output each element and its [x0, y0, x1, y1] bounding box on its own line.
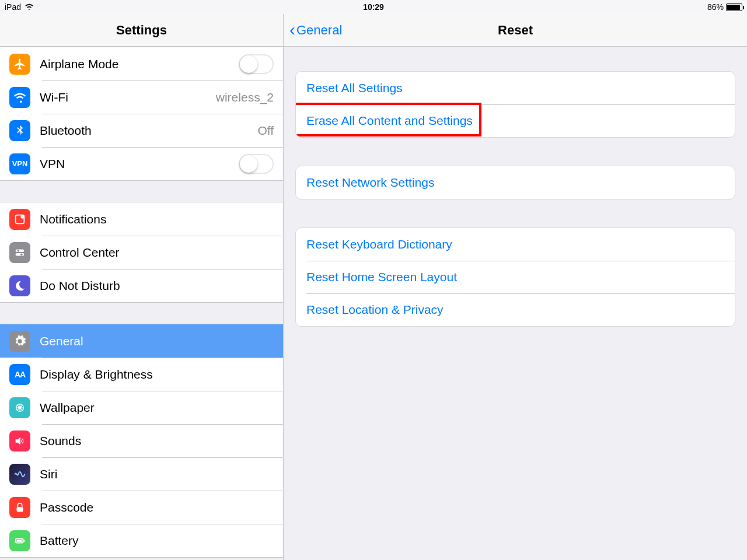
action-label: Reset Keyboard Dictionary	[306, 237, 452, 251]
sidebar-item-label: Display & Brightness	[40, 368, 274, 382]
sidebar-item-label: Wi-Fi	[40, 90, 216, 104]
action-label: Reset Home Screen Layout	[306, 270, 457, 284]
sidebar-item-label: Notifications	[40, 212, 274, 226]
wallpaper-icon	[9, 397, 30, 418]
moon-icon	[9, 275, 30, 296]
action-label: Reset Location & Privacy	[306, 303, 444, 317]
battery-percent: 86%	[707, 2, 724, 12]
settings-header: Settings	[0, 14, 283, 47]
speaker-icon	[9, 430, 30, 452]
sidebar-item-general[interactable]: General	[0, 324, 283, 358]
sidebar-item-vpn[interactable]: VPN VPN	[0, 147, 283, 180]
vpn-toggle[interactable]	[239, 154, 274, 174]
detail-pane: ‹ General Reset Reset All Settings Erase…	[284, 14, 747, 560]
lock-icon	[9, 497, 30, 518]
sidebar-item-label: Battery	[40, 534, 274, 548]
chevron-left-icon: ‹	[289, 21, 295, 38]
sidebar-item-dnd[interactable]: Do Not Disturb	[0, 269, 283, 302]
action-label: Erase All Content and Settings	[306, 114, 473, 128]
vpn-icon: VPN	[9, 153, 30, 174]
svg-rect-12	[17, 507, 23, 512]
control-center-icon	[9, 242, 30, 263]
sidebar-item-label: Bluetooth	[40, 124, 257, 138]
status-bar: iPad 10:29 86%	[0, 0, 747, 14]
settings-group-device: General AA Display & Brightness Wallpape…	[0, 324, 283, 558]
sidebar-item-label: Airplane Mode	[40, 57, 239, 71]
settings-title: Settings	[116, 23, 167, 38]
settings-group-connectivity: Airplane Mode Wi-Fi wireless_2 Bluetooth…	[0, 47, 283, 181]
clock: 10:29	[363, 2, 384, 12]
sidebar-item-wallpaper[interactable]: Wallpaper	[0, 391, 283, 424]
svg-rect-2	[16, 249, 25, 252]
sidebar-item-bluetooth[interactable]: Bluetooth Off	[0, 114, 283, 147]
sidebar-item-label: Passcode	[40, 501, 274, 514]
bluetooth-value: Off	[257, 124, 274, 138]
sidebar-item-label: General	[40, 334, 274, 348]
sidebar-item-wifi[interactable]: Wi-Fi wireless_2	[0, 80, 283, 114]
action-label: Reset Network Settings	[306, 176, 434, 190]
sidebar-item-label: Siri	[40, 467, 274, 481]
settings-master-pane: Settings Airplane Mode Wi-Fi wireless_2 …	[0, 14, 284, 560]
gear-icon	[9, 331, 30, 352]
reset-home-screen-layout[interactable]: Reset Home Screen Layout	[296, 261, 735, 293]
reset-group-3: Reset Keyboard Dictionary Reset Home Scr…	[295, 228, 735, 327]
sidebar-item-sounds[interactable]: Sounds	[0, 424, 283, 457]
sidebar-item-label: VPN	[40, 157, 239, 171]
reset-keyboard-dictionary[interactable]: Reset Keyboard Dictionary	[296, 228, 735, 261]
svg-rect-3	[16, 253, 25, 256]
action-label: Reset All Settings	[306, 81, 403, 95]
svg-point-4	[17, 249, 19, 251]
sidebar-item-passcode[interactable]: Passcode	[0, 491, 283, 524]
sidebar-item-display[interactable]: AA Display & Brightness	[0, 358, 283, 391]
sidebar-item-label: Sounds	[40, 434, 274, 448]
airplane-icon	[9, 54, 30, 75]
svg-point-5	[20, 253, 23, 256]
settings-group-alerts: Notifications Control Center Do Not Dist…	[0, 202, 283, 303]
svg-rect-15	[17, 540, 22, 542]
battery-setting-icon	[9, 530, 30, 551]
back-label: General	[296, 23, 342, 38]
sidebar-item-airplane[interactable]: Airplane Mode	[0, 47, 283, 80]
erase-all-content[interactable]: Erase All Content and Settings	[296, 104, 735, 137]
back-button[interactable]: ‹ General	[289, 22, 342, 38]
wifi-value: wireless_2	[216, 90, 274, 104]
wifi-settings-icon	[9, 87, 30, 108]
bluetooth-icon	[9, 120, 30, 141]
reset-location-privacy[interactable]: Reset Location & Privacy	[296, 293, 735, 326]
text-size-icon: AA	[9, 364, 30, 385]
sidebar-item-notifications[interactable]: Notifications	[0, 202, 283, 236]
reset-network-settings[interactable]: Reset Network Settings	[296, 166, 735, 199]
reset-group-1: Reset All Settings Erase All Content and…	[295, 71, 735, 138]
reset-group-2: Reset Network Settings	[295, 166, 735, 200]
airplane-toggle[interactable]	[239, 54, 274, 74]
sidebar-item-control-center[interactable]: Control Center	[0, 236, 283, 269]
sidebar-item-label: Control Center	[40, 246, 274, 260]
svg-rect-14	[23, 540, 25, 542]
detail-header: ‹ General Reset	[284, 14, 747, 47]
sidebar-item-siri[interactable]: Siri	[0, 457, 283, 491]
sidebar-item-label: Wallpaper	[40, 401, 274, 415]
svg-point-1	[20, 215, 24, 218]
reset-all-settings[interactable]: Reset All Settings	[296, 72, 735, 104]
siri-icon	[9, 464, 30, 485]
sidebar-item-label: Do Not Disturb	[40, 279, 274, 293]
device-name: iPad	[5, 2, 21, 12]
notifications-icon	[9, 209, 30, 230]
wifi-icon	[25, 3, 34, 12]
sidebar-item-battery[interactable]: Battery	[0, 524, 283, 557]
detail-title: Reset	[498, 23, 533, 38]
battery-icon	[726, 4, 742, 11]
